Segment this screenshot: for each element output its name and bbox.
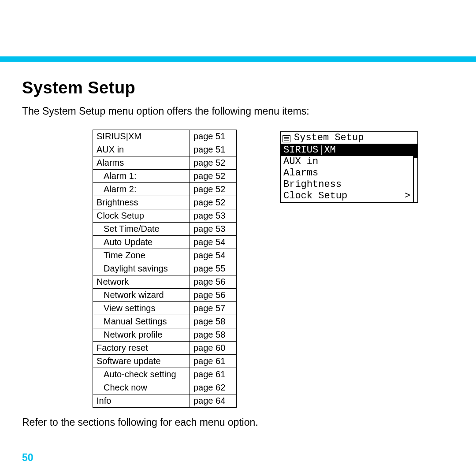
lcd-item-suffix: > [405,190,410,202]
menu-item-label: Network profile [93,328,190,342]
lcd-item-label: Alarms [283,167,318,179]
table-row: View settingspage 57 [93,302,237,315]
menu-item-page: page 51 [190,143,237,156]
table-row: Alarm 2:page 52 [93,183,237,196]
table-row: Set Time/Datepage 53 [93,223,237,236]
header-accent-bar [0,56,476,62]
lcd-scrollbar-thumb [414,145,417,158]
page-number: 50 [22,452,33,464]
table-row: Factory resetpage 60 [93,342,237,355]
table-row: SIRIUS|XMpage 51 [93,130,237,143]
page-root: System Setup The System Setup menu optio… [0,0,476,476]
table-row: Auto Updatepage 54 [93,236,237,249]
table-row: Software updatepage 61 [93,355,237,368]
table-row: Networkpage 56 [93,275,237,289]
menu-item-page: page 51 [190,130,237,143]
table-row: Daylight savingspage 55 [93,262,237,275]
lcd-scrollbar-track [413,145,417,202]
lcd-menu-item: Alarms [281,167,413,179]
menu-item-page: page 53 [190,223,237,236]
table-row: AUX inpage 51 [93,143,237,156]
menu-item-page: page 56 [190,275,237,289]
table-row: Infopage 64 [93,394,237,408]
menu-item-label: Software update [93,355,190,368]
lcd-menu-item: SIRIUS|XM [281,145,413,156]
lcd-menu-item: Clock Setup> [281,190,413,202]
menu-item-label: View settings [93,302,190,315]
menu-item-page: page 54 [190,236,237,249]
table-row: Check nowpage 62 [93,381,237,394]
menu-index-table: SIRIUS|XMpage 51AUX inpage 51Alarmspage … [93,130,237,408]
menu-item-label: Brightness [93,196,190,209]
table-row: Network profilepage 58 [93,328,237,342]
table-row: Clock Setuppage 53 [93,209,237,223]
page-title: System Setup [22,78,454,97]
menu-item-label: Check now [93,381,190,394]
menu-item-page: page 60 [190,342,237,355]
menu-item-label: Auto-check setting [93,368,190,381]
menu-item-page: page 52 [190,183,237,196]
menu-item-label: Network [93,275,190,289]
table-row: Auto-check settingpage 61 [93,368,237,381]
menu-item-page: page 62 [190,381,237,394]
menu-item-label: Alarm 2: [93,183,190,196]
menu-item-page: page 61 [190,355,237,368]
menu-item-page: page 56 [190,289,237,302]
lcd-header-title: System Setup [294,132,364,144]
menu-table-wrap: SIRIUS|XMpage 51AUX inpage 51Alarmspage … [93,130,237,408]
menu-item-label: Network wizard [93,289,190,302]
menu-item-label: Manual Settings [93,315,190,328]
menu-item-page: page 52 [190,170,237,183]
table-row: Alarm 1:page 52 [93,170,237,183]
menu-item-label: Alarm 1: [93,170,190,183]
lcd-screenshot: System Setup SIRIUS|XMAUX inAlarmsBright… [280,131,418,203]
menu-item-label: Daylight savings [93,262,190,275]
content-area: System Setup The System Setup menu optio… [22,78,454,441]
table-row: Time Zonepage 54 [93,249,237,262]
lcd-menu-item: AUX in [281,156,413,167]
menu-item-label: SIRIUS|XM [93,130,190,143]
menu-item-page: page 64 [190,394,237,408]
menu-item-page: page 57 [190,302,237,315]
menu-item-label: Info [93,394,190,408]
table-row: Manual Settingspage 58 [93,315,237,328]
lcd-item-label: Brightness [283,179,342,190]
menu-item-label: Factory reset [93,342,190,355]
menu-item-label: Auto Update [93,236,190,249]
lcd-header: System Setup [281,132,417,145]
lcd-screen: System Setup SIRIUS|XMAUX inAlarmsBright… [280,131,418,203]
menu-item-page: page 58 [190,315,237,328]
menu-item-page: page 53 [190,209,237,223]
two-column-layout: SIRIUS|XMpage 51AUX inpage 51Alarmspage … [22,130,454,408]
menu-item-page: page 52 [190,156,237,170]
menu-item-label: Time Zone [93,249,190,262]
list-icon [283,134,290,141]
lcd-body: SIRIUS|XMAUX inAlarmsBrightnessClock Set… [281,145,417,202]
menu-item-label: AUX in [93,143,190,156]
menu-item-label: Set Time/Date [93,223,190,236]
outro-text: Refer to the sections following for each… [22,416,454,428]
menu-item-page: page 52 [190,196,237,209]
menu-item-page: page 54 [190,249,237,262]
lcd-item-label: AUX in [283,156,318,167]
table-row: Brightnesspage 52 [93,196,237,209]
menu-item-label: Alarms [93,156,190,170]
lcd-item-label: Clock Setup [283,190,347,202]
intro-text: The System Setup menu option offers the … [22,105,454,117]
menu-item-page: page 55 [190,262,237,275]
menu-item-page: page 61 [190,368,237,381]
menu-item-label: Clock Setup [93,209,190,223]
lcd-item-label: SIRIUS|XM [283,145,336,156]
menu-item-page: page 58 [190,328,237,342]
table-row: Alarmspage 52 [93,156,237,170]
table-row: Network wizardpage 56 [93,289,237,302]
lcd-menu-item: Brightness [281,179,413,190]
